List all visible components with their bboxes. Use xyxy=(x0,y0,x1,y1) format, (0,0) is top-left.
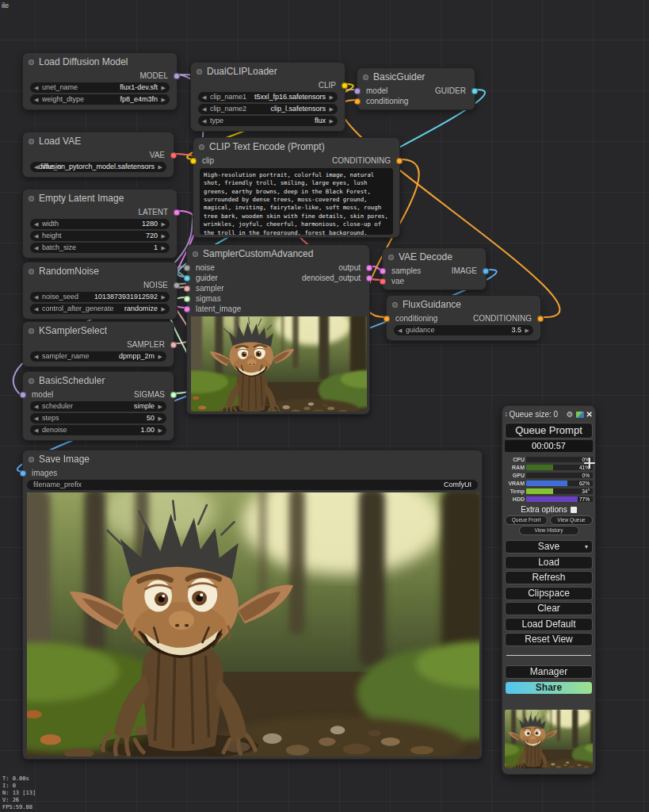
widget-clip-name1[interactable]: ◀clip_name1t5xxl_fp16.safetensors▶ xyxy=(198,92,338,102)
node-collapse-dot[interactable] xyxy=(193,251,198,257)
input-dot-conditioning[interactable] xyxy=(354,98,361,105)
increment-arrow-icon[interactable]: ▶ xyxy=(330,92,334,102)
increment-arrow-icon[interactable]: ▶ xyxy=(158,413,162,423)
node-random-noise[interactable]: RandomNoise NOISE ◀noise_seed10138739319… xyxy=(22,262,178,320)
queue-panel[interactable]: ⁞⁞ Queue size: 0 ⚙ ✕ Queue Prompt 00:00:… xyxy=(502,405,596,775)
input-dot-sigmas[interactable] xyxy=(184,296,190,302)
increment-arrow-icon[interactable]: ▶ xyxy=(525,325,529,335)
widget-denoise[interactable]: ◀denoise1.00▶ xyxy=(30,425,166,435)
input-dot-vae[interactable] xyxy=(380,278,386,285)
output-dot-guider[interactable] xyxy=(471,88,478,94)
output-dot-sampler[interactable] xyxy=(170,342,177,348)
output-dot-vae[interactable] xyxy=(170,152,177,159)
view-queue-button[interactable]: View Queue xyxy=(550,515,593,525)
output-dot-clip[interactable] xyxy=(342,82,348,89)
output-dot-image[interactable] xyxy=(483,268,489,274)
decrement-arrow-icon[interactable]: ◀ xyxy=(34,304,38,314)
node-collapse-dot[interactable] xyxy=(29,328,34,334)
increment-arrow-icon[interactable]: ▶ xyxy=(162,243,166,253)
view-history-button[interactable]: View History xyxy=(519,526,579,535)
increment-arrow-icon[interactable]: ▶ xyxy=(162,231,166,241)
increment-arrow-icon[interactable]: ▶ xyxy=(158,162,162,172)
output-dot-latent[interactable] xyxy=(174,209,180,216)
widget-sampler-name[interactable]: ◀sampler_namedpmpp_2m▶ xyxy=(30,351,166,362)
increment-arrow-icon[interactable]: ▶ xyxy=(330,104,334,114)
input-dot-latent-image[interactable] xyxy=(184,306,190,312)
decrement-arrow-icon[interactable]: ◀ xyxy=(34,401,38,412)
decrement-arrow-icon[interactable]: ◀ xyxy=(34,231,38,241)
increment-arrow-icon[interactable]: ▶ xyxy=(162,82,166,93)
widget-weight-dtype[interactable]: ◀weight_dtypefp8_e4m3fn▶ xyxy=(30,94,170,105)
widget-control-after-generate[interactable]: ◀control_after_generaterandomize▶ xyxy=(30,304,170,314)
input-dot-images[interactable] xyxy=(20,470,26,477)
node-collapse-dot[interactable] xyxy=(388,255,394,260)
increment-arrow-icon[interactable]: ▶ xyxy=(162,94,166,105)
node-collapse-dot[interactable] xyxy=(29,139,34,144)
widget-clip-name2[interactable]: ◀clip_name2clip_l.safetensors▶ xyxy=(198,104,338,114)
node-collapse-dot[interactable] xyxy=(29,59,34,65)
output-dot-conditioning[interactable] xyxy=(396,158,403,164)
gear-icon[interactable]: ⚙ xyxy=(567,410,574,419)
clear-button[interactable]: Clear xyxy=(505,602,593,615)
increment-arrow-icon[interactable]: ▶ xyxy=(162,219,166,229)
decrement-arrow-icon[interactable]: ◀ xyxy=(34,292,38,302)
decrement-arrow-icon[interactable]: ◀ xyxy=(34,243,38,253)
node-collapse-dot[interactable] xyxy=(29,378,34,384)
queue-prompt-button[interactable]: Queue Prompt xyxy=(505,423,593,439)
node-clip-text-encode[interactable]: CLIP Text Encode (Prompt) clipCONDITIONI… xyxy=(193,137,400,238)
drag-handle-icon[interactable]: ⁞⁞ xyxy=(505,411,506,418)
share-button[interactable]: Share xyxy=(505,681,593,695)
widget-width[interactable]: ◀width1280▶ xyxy=(30,219,170,229)
input-dot-clip[interactable] xyxy=(190,158,197,164)
load-button[interactable]: Load xyxy=(505,556,593,569)
output-dot-output[interactable] xyxy=(366,265,372,271)
node-collapse-dot[interactable] xyxy=(29,196,34,201)
input-dot-conditioning[interactable] xyxy=(384,316,390,322)
close-icon[interactable]: ✕ xyxy=(586,410,593,419)
widget-batch-size[interactable]: ◀batch_size1▶ xyxy=(30,243,170,253)
increment-arrow-icon[interactable]: ▶ xyxy=(162,292,166,302)
input-dot-model[interactable] xyxy=(20,392,26,398)
increment-arrow-icon[interactable]: ▶ xyxy=(162,304,166,314)
decrement-arrow-icon[interactable]: ◀ xyxy=(34,351,38,362)
node-load-diffusion-model[interactable]: Load Diffusion Model MODEL ◀unet_nameflu… xyxy=(22,52,178,110)
node-dual-clip-loader[interactable]: DualCLIPLoader CLIP ◀clip_name1t5xxl_fp1… xyxy=(190,62,345,132)
reset-view-button[interactable]: Reset View xyxy=(505,633,593,646)
widget-guidance[interactable]: ◀guidance3.5▶ xyxy=(394,325,533,335)
node-flux-guidance[interactable]: FluxGuidance conditioningCONDITIONING ◀g… xyxy=(386,295,541,341)
node-basic-guider[interactable]: BasicGuider modelGUIDER conditioning xyxy=(357,67,475,110)
node-collapse-dot[interactable] xyxy=(392,302,398,308)
increment-arrow-icon[interactable]: ▶ xyxy=(158,425,162,435)
queue-front-button[interactable]: Queue Front xyxy=(505,515,548,525)
node-sampler-custom-advanced[interactable]: SamplerCustomAdvanced noiseoutput guider… xyxy=(186,244,370,415)
widget-type[interactable]: ◀typeflux▶ xyxy=(198,116,338,126)
widget-height[interactable]: ◀height720▶ xyxy=(30,231,170,241)
save-button[interactable]: Save▾ xyxy=(505,540,593,553)
increment-arrow-icon[interactable]: ▶ xyxy=(158,351,162,362)
input-dot-sampler[interactable] xyxy=(184,285,190,292)
output-dot-denoised-output[interactable] xyxy=(366,275,372,282)
widget-scheduler[interactable]: ◀schedulersimple▶ xyxy=(30,401,166,412)
node-collapse-dot[interactable] xyxy=(29,269,34,274)
output-dot-sigmas[interactable] xyxy=(170,392,177,398)
load-default-button[interactable]: Load Default xyxy=(505,618,593,631)
node-collapse-dot[interactable] xyxy=(29,457,34,462)
widget-unet-name[interactable]: ◀unet_nameflux1-dev.sft▶ xyxy=(30,82,170,93)
widget-filename-prefix[interactable]: filename_prefixComfyUI xyxy=(27,480,478,490)
manager-button[interactable]: Manager xyxy=(505,665,593,679)
node-collapse-dot[interactable] xyxy=(199,144,204,150)
decrement-arrow-icon[interactable]: ◀ xyxy=(202,116,206,126)
decrement-arrow-icon[interactable]: ◀ xyxy=(202,92,206,102)
node-empty-latent-image[interactable]: Empty Latent Image LATENT ◀width1280▶ ◀h… xyxy=(22,189,178,259)
increment-arrow-icon[interactable]: ▶ xyxy=(158,401,162,412)
decrement-arrow-icon[interactable]: ◀ xyxy=(398,325,402,335)
widget-vae-name[interactable]: ◀vae_ndiffusion_pytorch_model.safetensor… xyxy=(30,162,166,172)
chevron-down-icon[interactable]: ▾ xyxy=(585,541,588,553)
decrement-arrow-icon[interactable]: ◀ xyxy=(34,94,38,105)
image-icon[interactable] xyxy=(576,412,584,418)
decrement-arrow-icon[interactable]: ◀ xyxy=(34,425,38,435)
node-collapse-dot[interactable] xyxy=(363,75,368,80)
input-dot-samples[interactable] xyxy=(380,268,386,274)
decrement-arrow-icon[interactable]: ◀ xyxy=(34,162,38,172)
extra-options-checkbox[interactable] xyxy=(571,507,577,513)
